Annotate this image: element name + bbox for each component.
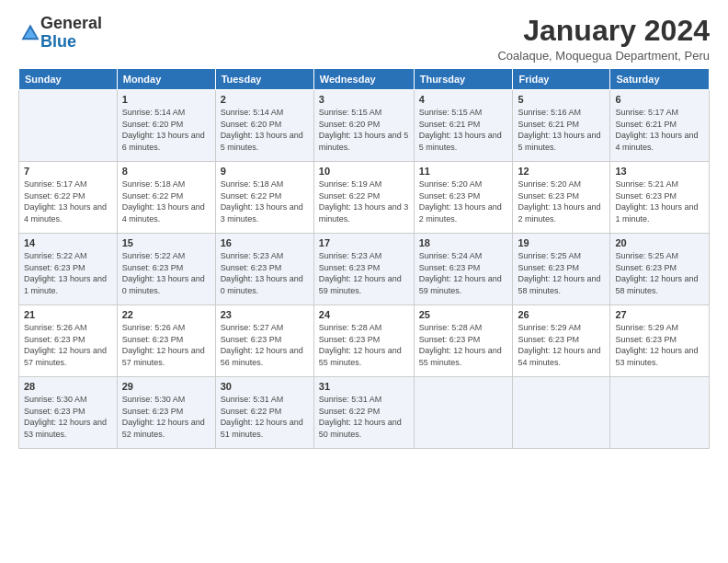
- day-info: Sunrise: 5:29 AMSunset: 6:23 PMDaylight:…: [518, 322, 605, 368]
- day-info: Sunrise: 5:24 AMSunset: 6:23 PMDaylight:…: [419, 250, 508, 296]
- day-number: 28: [24, 381, 112, 392]
- table-row: 27 Sunrise: 5:29 AMSunset: 6:23 PMDaylig…: [610, 305, 710, 377]
- day-number: 2: [221, 94, 309, 105]
- day-number: 3: [319, 94, 409, 105]
- table-row: 13 Sunrise: 5:21 AMSunset: 6:23 PMDaylig…: [610, 162, 710, 234]
- col-tuesday: Tuesday: [215, 69, 313, 90]
- day-info: Sunrise: 5:26 AMSunset: 6:23 PMDaylight:…: [24, 322, 112, 368]
- table-row: 20 Sunrise: 5:25 AMSunset: 6:23 PMDaylig…: [610, 234, 710, 305]
- day-info: Sunrise: 5:17 AMSunset: 6:21 PMDaylight:…: [615, 107, 704, 153]
- table-row: 1 Sunrise: 5:14 AMSunset: 6:20 PMDayligh…: [117, 90, 215, 162]
- day-number: 31: [319, 381, 409, 392]
- table-row: 5 Sunrise: 5:16 AMSunset: 6:21 PMDayligh…: [513, 90, 610, 162]
- day-number: 17: [319, 237, 409, 248]
- header: General Blue January 2024 Coalaque, Moqu…: [18, 15, 710, 63]
- day-info: Sunrise: 5:29 AMSunset: 6:23 PMDaylight:…: [615, 322, 704, 368]
- table-row: 23 Sunrise: 5:27 AMSunset: 6:23 PMDaylig…: [215, 305, 313, 377]
- col-thursday: Thursday: [414, 69, 513, 90]
- day-info: Sunrise: 5:25 AMSunset: 6:23 PMDaylight:…: [615, 250, 704, 296]
- table-row: 24 Sunrise: 5:28 AMSunset: 6:23 PMDaylig…: [313, 305, 414, 377]
- table-row: 12 Sunrise: 5:20 AMSunset: 6:23 PMDaylig…: [513, 162, 610, 234]
- calendar-table: Sunday Monday Tuesday Wednesday Thursday…: [18, 68, 710, 449]
- location: Coalaque, Moquegua Department, Peru: [497, 49, 710, 63]
- day-number: 12: [518, 166, 605, 177]
- day-number: 26: [518, 309, 605, 320]
- day-info: Sunrise: 5:27 AMSunset: 6:23 PMDaylight:…: [221, 322, 309, 368]
- table-row: 6 Sunrise: 5:17 AMSunset: 6:21 PMDayligh…: [610, 90, 710, 162]
- day-info: Sunrise: 5:14 AMSunset: 6:20 PMDaylight:…: [122, 107, 210, 153]
- table-row: 11 Sunrise: 5:20 AMSunset: 6:23 PMDaylig…: [414, 162, 513, 234]
- day-info: Sunrise: 5:21 AMSunset: 6:23 PMDaylight:…: [615, 178, 704, 224]
- logo-icon: [20, 23, 40, 43]
- day-number: 13: [615, 166, 704, 177]
- logo-blue-text: Blue: [40, 32, 76, 51]
- col-monday: Monday: [117, 69, 215, 90]
- day-number: 16: [221, 237, 309, 248]
- day-info: Sunrise: 5:14 AMSunset: 6:20 PMDaylight:…: [221, 107, 309, 153]
- logo: General Blue: [18, 15, 102, 52]
- day-info: Sunrise: 5:31 AMSunset: 6:22 PMDaylight:…: [221, 394, 309, 440]
- day-info: Sunrise: 5:20 AMSunset: 6:23 PMDaylight:…: [518, 178, 605, 224]
- col-saturday: Saturday: [610, 69, 710, 90]
- table-row: 4 Sunrise: 5:15 AMSunset: 6:21 PMDayligh…: [414, 90, 513, 162]
- table-row: 25 Sunrise: 5:28 AMSunset: 6:23 PMDaylig…: [414, 305, 513, 377]
- day-info: Sunrise: 5:26 AMSunset: 6:23 PMDaylight:…: [122, 322, 210, 368]
- day-info: Sunrise: 5:18 AMSunset: 6:22 PMDaylight:…: [221, 178, 309, 224]
- day-info: Sunrise: 5:20 AMSunset: 6:23 PMDaylight:…: [419, 178, 508, 224]
- table-row: 28 Sunrise: 5:30 AMSunset: 6:23 PMDaylig…: [19, 377, 118, 449]
- day-number: 1: [122, 94, 210, 105]
- day-number: 20: [615, 237, 704, 248]
- day-info: Sunrise: 5:23 AMSunset: 6:23 PMDaylight:…: [319, 250, 409, 296]
- day-number: 5: [518, 94, 605, 105]
- table-row: 15 Sunrise: 5:22 AMSunset: 6:23 PMDaylig…: [117, 234, 215, 305]
- table-row: 21 Sunrise: 5:26 AMSunset: 6:23 PMDaylig…: [19, 305, 118, 377]
- day-info: Sunrise: 5:28 AMSunset: 6:23 PMDaylight:…: [419, 322, 508, 368]
- day-number: 25: [419, 309, 508, 320]
- table-row: 29 Sunrise: 5:30 AMSunset: 6:23 PMDaylig…: [117, 377, 215, 449]
- day-info: Sunrise: 5:30 AMSunset: 6:23 PMDaylight:…: [24, 394, 112, 440]
- day-number: 29: [122, 381, 210, 392]
- table-row: 22 Sunrise: 5:26 AMSunset: 6:23 PMDaylig…: [117, 305, 215, 377]
- day-number: 18: [419, 237, 508, 248]
- page: General Blue January 2024 Coalaque, Moqu…: [0, 0, 728, 563]
- table-row: 14 Sunrise: 5:22 AMSunset: 6:23 PMDaylig…: [19, 234, 118, 305]
- table-row: 3 Sunrise: 5:15 AMSunset: 6:20 PMDayligh…: [313, 90, 414, 162]
- day-number: 22: [122, 309, 210, 320]
- day-number: 4: [419, 94, 508, 105]
- table-row: 30 Sunrise: 5:31 AMSunset: 6:22 PMDaylig…: [215, 377, 313, 449]
- table-row: 16 Sunrise: 5:23 AMSunset: 6:23 PMDaylig…: [215, 234, 313, 305]
- col-friday: Friday: [513, 69, 610, 90]
- day-number: 7: [24, 166, 112, 177]
- table-row: [513, 377, 610, 449]
- day-info: Sunrise: 5:30 AMSunset: 6:23 PMDaylight:…: [122, 394, 210, 440]
- table-row: 10 Sunrise: 5:19 AMSunset: 6:22 PMDaylig…: [313, 162, 414, 234]
- day-number: 30: [221, 381, 309, 392]
- calendar-header-row: Sunday Monday Tuesday Wednesday Thursday…: [19, 69, 710, 90]
- day-number: 11: [419, 166, 508, 177]
- table-row: 18 Sunrise: 5:24 AMSunset: 6:23 PMDaylig…: [414, 234, 513, 305]
- day-info: Sunrise: 5:15 AMSunset: 6:21 PMDaylight:…: [419, 107, 508, 153]
- table-row: 26 Sunrise: 5:29 AMSunset: 6:23 PMDaylig…: [513, 305, 610, 377]
- table-row: 31 Sunrise: 5:31 AMSunset: 6:22 PMDaylig…: [313, 377, 414, 449]
- day-number: 14: [24, 237, 112, 248]
- table-row: 9 Sunrise: 5:18 AMSunset: 6:22 PMDayligh…: [215, 162, 313, 234]
- day-info: Sunrise: 5:18 AMSunset: 6:22 PMDaylight:…: [122, 178, 210, 224]
- day-number: 9: [221, 166, 309, 177]
- table-row: [414, 377, 513, 449]
- table-row: 2 Sunrise: 5:14 AMSunset: 6:20 PMDayligh…: [215, 90, 313, 162]
- table-row: 17 Sunrise: 5:23 AMSunset: 6:23 PMDaylig…: [313, 234, 414, 305]
- day-info: Sunrise: 5:19 AMSunset: 6:22 PMDaylight:…: [319, 178, 409, 224]
- day-info: Sunrise: 5:15 AMSunset: 6:20 PMDaylight:…: [319, 107, 409, 153]
- day-number: 19: [518, 237, 605, 248]
- day-number: 24: [319, 309, 409, 320]
- col-sunday: Sunday: [19, 69, 118, 90]
- day-number: 8: [122, 166, 210, 177]
- day-info: Sunrise: 5:17 AMSunset: 6:22 PMDaylight:…: [24, 178, 112, 224]
- day-info: Sunrise: 5:22 AMSunset: 6:23 PMDaylight:…: [24, 250, 112, 296]
- day-info: Sunrise: 5:31 AMSunset: 6:22 PMDaylight:…: [319, 394, 409, 440]
- day-number: 6: [615, 94, 704, 105]
- day-info: Sunrise: 5:25 AMSunset: 6:23 PMDaylight:…: [518, 250, 605, 296]
- col-wednesday: Wednesday: [313, 69, 414, 90]
- day-number: 27: [615, 309, 704, 320]
- day-info: Sunrise: 5:28 AMSunset: 6:23 PMDaylight:…: [319, 322, 409, 368]
